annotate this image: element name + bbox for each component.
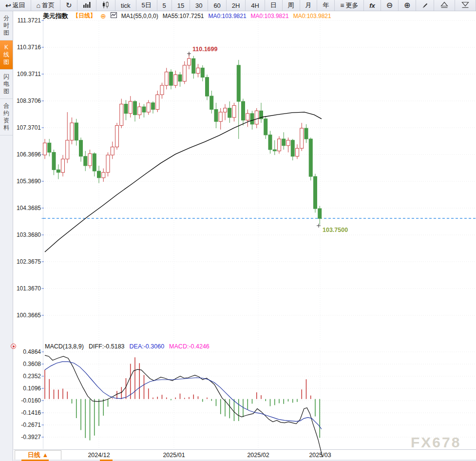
toolbar-period-day-button[interactable]: 日 bbox=[265, 0, 283, 11]
macd-axis-label: 0.2352 bbox=[23, 373, 41, 380]
candle bbox=[224, 108, 227, 112]
y-axis-label: 110.3716 bbox=[17, 44, 41, 51]
toolbar-back-button[interactable]: ↩返回 bbox=[0, 0, 31, 11]
candle bbox=[97, 171, 101, 178]
y-axis-label: 108.3706 bbox=[17, 97, 41, 104]
sidebar-item-flash-chart[interactable]: 闪 电 图 bbox=[0, 70, 13, 99]
toolbar-candle-chart-button[interactable] bbox=[96, 0, 115, 11]
candle bbox=[52, 153, 56, 170]
candle bbox=[75, 123, 78, 140]
candle bbox=[309, 139, 312, 176]
toolbar-period-month-button[interactable]: 月 bbox=[300, 0, 318, 11]
toolbar-tick-button[interactable]: tick bbox=[115, 0, 136, 11]
plus-circle-icon[interactable]: ⊕ bbox=[100, 12, 106, 20]
indicator-icon[interactable] bbox=[111, 12, 117, 19]
toolbar-refresh-button[interactable]: ↻ bbox=[60, 0, 77, 11]
toolbar-label: 4H bbox=[251, 2, 259, 9]
ma0-magenta-value: MA0:103.9821 bbox=[251, 13, 289, 19]
home-icon: ⌂ bbox=[37, 2, 40, 9]
sidebar-item-kline-chart[interactable]: K 线 图 bbox=[0, 40, 13, 70]
x-axis-label: 2025/03 bbox=[309, 452, 331, 459]
toolbar-more-button[interactable]: ≡更多 bbox=[335, 0, 364, 11]
macd-axis-label: 0.3608 bbox=[23, 361, 41, 367]
ma0-blue-value: MA0:103.9821 bbox=[209, 13, 247, 19]
candle bbox=[232, 105, 236, 117]
arrow-back-icon: ↩ bbox=[5, 2, 11, 9]
macd-axis-label: 0.4864 bbox=[23, 348, 41, 355]
candle bbox=[61, 159, 65, 173]
toolbar-zoom-out-button[interactable]: ⊖ bbox=[381, 0, 399, 11]
candles-icon bbox=[102, 1, 110, 10]
toolbar-label: 首页 bbox=[42, 1, 55, 10]
candle bbox=[305, 128, 308, 139]
toolbar-period-60-button[interactable]: 60 bbox=[208, 0, 226, 11]
candle bbox=[268, 135, 272, 150]
macd-settings-icon[interactable] bbox=[11, 344, 16, 349]
candle bbox=[102, 173, 105, 178]
candle bbox=[201, 68, 204, 77]
watermark: FX678 bbox=[411, 434, 461, 451]
candle bbox=[57, 170, 60, 173]
macd-axis-label: -0.2671 bbox=[21, 422, 41, 428]
macd-macd-value: MACD:-0.4246 bbox=[169, 343, 209, 350]
macd-diff-line bbox=[45, 355, 323, 457]
macd-axis-label: -0.3927 bbox=[21, 434, 41, 441]
candle bbox=[214, 110, 218, 122]
toolbar-period-30-button[interactable]: 30 bbox=[190, 0, 208, 11]
toolbar-triangle-up-button[interactable] bbox=[434, 0, 455, 11]
toolbar-label: 5日 bbox=[141, 1, 151, 10]
left-sidebar: 分 时 图K 线 图闪 电 图合 约 资 料 bbox=[0, 11, 13, 461]
zoom-in-icon: ⊕ bbox=[404, 1, 410, 9]
toolbar-label: 15 bbox=[177, 2, 184, 9]
candle bbox=[160, 85, 164, 95]
macd-dea-line bbox=[45, 362, 322, 429]
toolbar-period-4h-button[interactable]: 4H bbox=[246, 0, 265, 11]
pencil-icon bbox=[421, 1, 428, 10]
menu-icon: ≡ bbox=[340, 2, 344, 9]
toolbar-zoom-in-button[interactable]: ⊕ bbox=[399, 0, 416, 11]
triangle-up-icon bbox=[439, 1, 449, 10]
toolbar-bar-chart-button[interactable] bbox=[77, 0, 96, 11]
period-tag: 【日线】 bbox=[73, 12, 96, 20]
symbol-name: 美元指数 bbox=[43, 12, 68, 20]
ma55-line bbox=[45, 112, 322, 252]
toolbar-draw-button[interactable] bbox=[416, 0, 434, 11]
toolbar-label: 年 bbox=[323, 1, 329, 10]
macd-axis-label: -0.0160 bbox=[21, 397, 41, 404]
candle bbox=[43, 143, 47, 155]
toolbar-period-5d-button[interactable]: 5日 bbox=[136, 0, 157, 11]
sidebar-item-contract-info[interactable]: 合 约 资 料 bbox=[0, 99, 13, 135]
toolbar-period-year-button[interactable]: 年 bbox=[317, 0, 335, 11]
candle bbox=[228, 108, 231, 117]
top-toolbar: ↩返回⌂首页↻tick5日51530602H4H日周月年≡更多fx⊖⊕ bbox=[0, 0, 476, 11]
x-axis-label: 2025/02 bbox=[247, 452, 269, 459]
toolbar-period-5-button[interactable]: 5 bbox=[157, 0, 172, 11]
sidebar-item-time-chart[interactable]: 分 时 图 bbox=[0, 11, 13, 40]
candle bbox=[66, 140, 69, 159]
toolbar-label: tick bbox=[121, 2, 131, 9]
candle bbox=[206, 77, 209, 96]
toolbar-triangle-down-button[interactable] bbox=[455, 0, 476, 11]
candle bbox=[147, 103, 150, 112]
toolbar-label: fx bbox=[369, 2, 375, 9]
y-axis-label: 103.3680 bbox=[17, 231, 41, 238]
candle bbox=[170, 72, 173, 86]
macd-axis-label: 0.1096 bbox=[23, 385, 41, 392]
y-axis-label: 101.3670 bbox=[17, 285, 41, 292]
toolbar-period-week-button[interactable]: 周 bbox=[283, 0, 300, 11]
chart-header: 美元指数 【日线】 ⊕ MA1(55,0,0,0) MA55:107.7251 … bbox=[43, 12, 331, 19]
candle bbox=[273, 150, 276, 151]
candle bbox=[120, 104, 123, 126]
period-tab-daily[interactable]: 日线 ▲ bbox=[15, 450, 61, 460]
toolbar-period-15-button[interactable]: 15 bbox=[172, 0, 190, 11]
candle bbox=[237, 65, 240, 101]
toolbar-period-2h-button[interactable]: 2H bbox=[227, 0, 246, 11]
toolbar-fx-button[interactable]: fx bbox=[364, 0, 381, 11]
candle bbox=[282, 139, 286, 146]
candle bbox=[250, 114, 254, 124]
candle bbox=[260, 111, 263, 119]
candle bbox=[138, 107, 141, 115]
candle bbox=[219, 112, 222, 121]
candle bbox=[196, 68, 200, 73]
toolbar-home-button[interactable]: ⌂首页 bbox=[31, 0, 60, 11]
